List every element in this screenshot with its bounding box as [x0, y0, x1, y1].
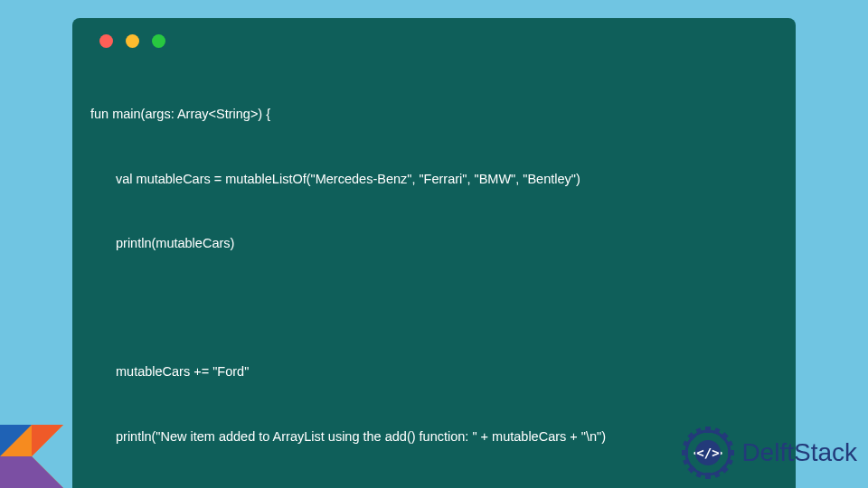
code-blank-line	[90, 298, 778, 318]
brand-gear-icon: </> </>	[682, 427, 734, 479]
code-line: val mutableCars = mutableListOf("Mercede…	[90, 169, 778, 191]
window-close-icon	[99, 34, 113, 48]
svg-rect-10	[688, 465, 696, 473]
kotlin-logo-icon	[0, 425, 63, 488]
svg-rect-5	[705, 427, 711, 433]
code-line: println("New item added to ArrayList usi…	[90, 427, 778, 448]
code-line: fun main(args: Array<String>) {	[90, 104, 778, 126]
window-maximize-icon	[152, 34, 165, 48]
code-block: fun main(args: Array<String>) { val muta…	[72, 18, 796, 488]
window-controls	[90, 34, 778, 48]
brand-name: DelftStack	[741, 438, 857, 467]
svg-rect-6	[705, 473, 711, 479]
svg-marker-2	[0, 456, 63, 488]
window-minimize-icon	[126, 34, 139, 48]
code-line: println(mutableCars)	[90, 233, 778, 255]
svg-rect-8	[728, 450, 734, 455]
svg-rect-11	[688, 432, 696, 440]
svg-marker-3	[32, 425, 63, 456]
svg-rect-9	[721, 432, 729, 440]
code-line: mutableCars += "Ford"	[90, 361, 778, 383]
svg-text:</>: </>	[697, 446, 720, 460]
svg-rect-12	[721, 465, 729, 473]
svg-rect-7	[682, 450, 688, 455]
brand: </> </> DelftStack	[682, 427, 857, 479]
code-content: fun main(args: Array<String>) { val muta…	[90, 61, 778, 488]
